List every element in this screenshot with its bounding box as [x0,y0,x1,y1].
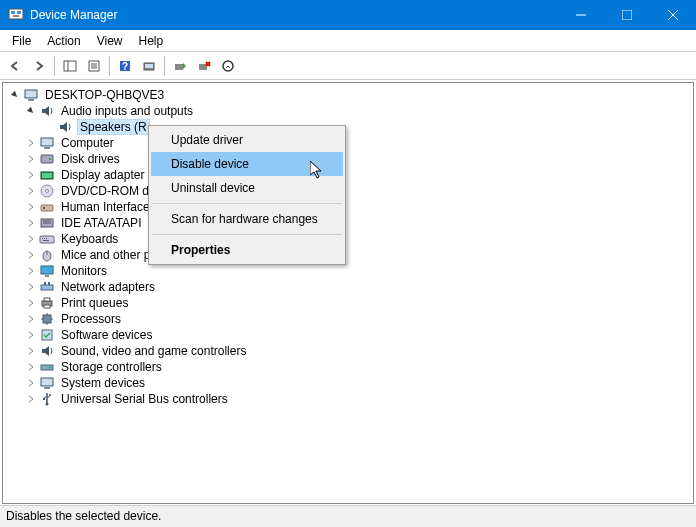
scan-hardware-button[interactable] [138,55,160,77]
ide-icon [39,215,55,231]
tree-category-system[interactable]: System devices [5,375,691,391]
uninstall-toolbar-button[interactable] [193,55,215,77]
toolbar-separator [54,56,55,76]
device-tree[interactable]: DESKTOP-QHBQVE3 Audio inputs and outputs… [2,82,694,504]
tree-category-print[interactable]: Print queues [5,295,691,311]
tree-category-ide[interactable]: IDE ATA/ATAPI [5,215,691,231]
show-hide-tree-button[interactable] [59,55,81,77]
svg-rect-17 [145,64,153,68]
help-toolbar-button[interactable]: ? [114,55,136,77]
expander-closed-icon[interactable] [25,297,37,309]
window-title: Device Manager [30,8,558,22]
context-update-driver[interactable]: Update driver [151,128,343,152]
expander-closed-icon[interactable] [25,313,37,325]
tree-device-speakers[interactable]: Speakers (R [5,119,691,135]
expander-closed-icon[interactable] [25,265,37,277]
svg-rect-45 [41,266,53,274]
svg-rect-40 [44,238,45,239]
display-icon [39,167,55,183]
expander-closed-icon[interactable] [25,345,37,357]
svg-rect-52 [44,305,50,308]
tree-label: Display adapter [59,168,146,182]
expander-closed-icon[interactable] [25,329,37,341]
svg-rect-18 [175,64,183,70]
tree-category-display[interactable]: Display adapter [5,167,691,183]
svg-rect-47 [41,285,53,290]
system-icon [39,375,55,391]
tree-category-disk[interactable]: Disk drives [5,151,691,167]
expander-closed-icon[interactable] [25,281,37,293]
context-menu: Update driver Disable device Uninstall d… [148,125,346,265]
minimize-button[interactable] [558,0,604,30]
menu-help[interactable]: Help [131,32,172,50]
tree-category-software[interactable]: Software devices [5,327,691,343]
context-uninstall-device[interactable]: Uninstall device [151,176,343,200]
tree-category-storage[interactable]: Storage controllers [5,359,691,375]
close-button[interactable] [650,0,696,30]
tree-category-sound[interactable]: Sound, video and game controllers [5,343,691,359]
context-separator [152,203,342,204]
expander-closed-icon[interactable] [25,377,37,389]
svg-rect-23 [25,90,37,98]
tree-label: Network adapters [59,280,157,294]
svg-rect-41 [46,238,47,239]
titlebar: Device Manager [0,0,696,30]
context-disable-device[interactable]: Disable device [151,152,343,176]
software-icon [39,327,55,343]
tree-category-network[interactable]: Network adapters [5,279,691,295]
tree-category-hid[interactable]: Human Interface [5,199,691,215]
expander-closed-icon[interactable] [25,153,37,165]
tree-category-computer[interactable]: Computer [5,135,691,151]
svg-rect-30 [42,173,52,178]
tree-category-mice[interactable]: Mice and other pointing devices [5,247,691,263]
menu-action[interactable]: Action [39,32,88,50]
expander-open-icon[interactable] [9,89,21,101]
svg-rect-38 [40,236,54,243]
expander-closed-icon[interactable] [25,137,37,149]
tree-category-processors[interactable]: Processors [5,311,691,327]
statusbar-text: Disables the selected device. [6,509,161,523]
expander-closed-icon[interactable] [25,217,37,229]
expander-closed-icon[interactable] [25,249,37,261]
expander-closed-icon[interactable] [25,185,37,197]
properties-toolbar-button[interactable] [83,55,105,77]
tree-category-usb[interactable]: Universal Serial Bus controllers [5,391,691,407]
context-scan-hardware[interactable]: Scan for hardware changes [151,207,343,231]
expander-open-icon[interactable] [25,105,37,117]
expander-closed-icon[interactable] [25,361,37,373]
menu-file[interactable]: File [4,32,39,50]
speaker-icon [57,119,73,135]
context-properties[interactable]: Properties [151,238,343,262]
expander-closed-icon[interactable] [25,233,37,245]
svg-rect-49 [48,282,50,285]
tree-category-audio[interactable]: Audio inputs and outputs [5,103,691,119]
tree-category-keyboards[interactable]: Keyboards [5,231,691,247]
tree-label: Speakers (R [77,119,150,135]
expander-closed-icon[interactable] [25,201,37,213]
tree-category-monitors[interactable]: Monitors [5,263,691,279]
forward-button[interactable] [28,55,50,77]
menu-view[interactable]: View [89,32,131,50]
svg-rect-2 [17,11,21,14]
back-button[interactable] [4,55,26,77]
speaker-icon [39,103,55,119]
svg-rect-62 [44,387,50,389]
svg-rect-26 [44,147,50,149]
expander-closed-icon[interactable] [25,393,37,405]
svg-rect-27 [41,155,53,163]
maximize-button[interactable] [604,0,650,30]
statusbar: Disables the selected device. [0,505,696,527]
update-driver-toolbar-button[interactable] [169,55,191,77]
tree-category-dvd[interactable]: DVD/CD-ROM d [5,183,691,199]
tree-label: Computer [59,136,116,150]
svg-rect-25 [41,138,53,146]
expander-closed-icon[interactable] [25,169,37,181]
storage-icon [39,359,55,375]
svg-rect-24 [28,99,34,101]
tree-root[interactable]: DESKTOP-QHBQVE3 [5,87,691,103]
svg-rect-3 [13,15,19,17]
tree-label: Keyboards [59,232,120,246]
disable-toolbar-button[interactable] [217,55,239,77]
svg-rect-33 [41,205,53,211]
svg-rect-53 [43,315,51,323]
